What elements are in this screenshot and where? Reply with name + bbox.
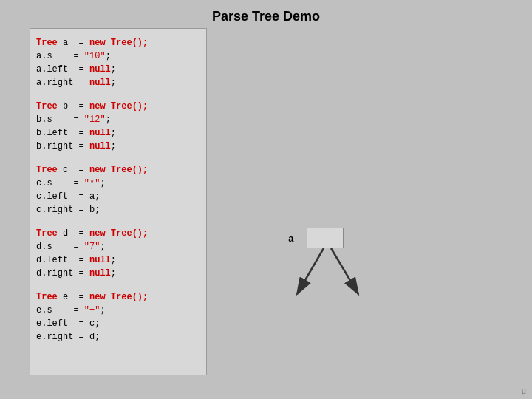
code-block-b: Tree b = new Tree(); b.s = "12"; b.left … xyxy=(36,100,200,153)
svg-line-2 xyxy=(331,248,358,294)
svg-line-1 xyxy=(297,248,324,294)
corner-indicator: u xyxy=(521,387,526,396)
page-title: Parse Tree Demo xyxy=(0,0,532,30)
code-block-e: Tree e = new Tree(); e.s = "+"; e.left =… xyxy=(36,290,200,344)
code-block-c: Tree c = new Tree(); c.s = "*"; c.left =… xyxy=(36,163,200,216)
code-panel: Tree a = new Tree(); a.s = "10"; a.left … xyxy=(30,28,207,375)
code-block-a: Tree a = new Tree(); a.s = "10"; a.left … xyxy=(36,36,200,89)
tree-arrows xyxy=(266,28,502,375)
code-block-d: Tree d = new Tree(); d.s = "7"; d.left =… xyxy=(36,227,200,280)
tree-area: a xyxy=(266,28,502,375)
